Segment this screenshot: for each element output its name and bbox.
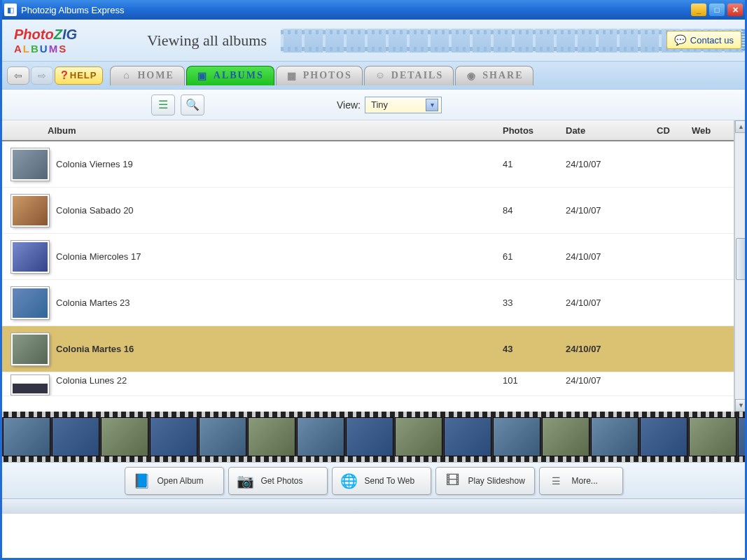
open-album-button[interactable]: 📘 Open Album	[125, 467, 224, 495]
album-thumbnail	[11, 148, 49, 181]
table-row[interactable]: Colonia Viernes 19 41 24/10/07	[0, 141, 734, 188]
play-slideshow-button[interactable]: 🎞 Play Slideshow	[435, 467, 535, 495]
filmstrip-thumbnail[interactable]	[346, 417, 393, 456]
chevron-down-icon: ▾	[426, 99, 438, 111]
view-label: View:	[337, 99, 361, 111]
filmstrip-thumbnail[interactable]	[52, 417, 99, 456]
table-header: Album Photos Date CD Web	[0, 120, 734, 141]
home-icon: ⌂	[120, 70, 133, 81]
minimize-button[interactable]: _	[691, 4, 706, 16]
search-button[interactable]: 🔍	[181, 94, 204, 115]
grid-icon: ▦	[286, 70, 299, 81]
header-grip	[741, 29, 746, 50]
filmstrip-thumbnail[interactable]	[3, 417, 50, 456]
camera-icon: 📷	[236, 471, 256, 491]
forward-button[interactable]: ⇨	[31, 66, 53, 85]
contact-label: Contact us	[690, 35, 734, 46]
album-thumbnail	[11, 375, 49, 395]
albums-icon: ▣	[197, 70, 209, 81]
tab-home[interactable]: ⌂HOME	[110, 66, 184, 85]
tab-share[interactable]: ◉SHARE	[455, 66, 533, 85]
view-dropdown[interactable]: Tiny ▾	[365, 97, 442, 113]
col-cd[interactable]: CD	[657, 125, 692, 136]
col-photos[interactable]: Photos	[503, 125, 566, 136]
filmstrip-thumbnail[interactable]	[248, 417, 295, 456]
filmstrip-thumbnail[interactable]	[591, 417, 638, 456]
filmstrip-thumbnail[interactable]	[689, 417, 736, 456]
title-bar: ◧ Photozig Albums Express _ □ ✕	[0, 0, 747, 20]
tab-photos[interactable]: ▦PHOTOS	[276, 66, 363, 85]
get-photos-button[interactable]: 📷 Get Photos	[228, 467, 328, 495]
speech-bubble-icon: 💬	[674, 34, 686, 46]
table-row[interactable]: Colonia Miercoles 17 61 24/10/07	[0, 234, 734, 280]
album-icon: 📘	[132, 471, 152, 491]
table-row-selected[interactable]: Colonia Martes 16 43 24/10/07	[0, 326, 734, 372]
send-to-web-button[interactable]: 🌐 Send To Web	[332, 467, 431, 495]
header: PhotoZIG ALBUMS Viewing all albums 💬 Con…	[0, 20, 747, 62]
page-title: Viewing all albums	[147, 31, 267, 50]
list-icon: ☰	[547, 471, 566, 491]
album-thumbnail	[11, 333, 49, 365]
filmstrip-thumbnail[interactable]	[493, 417, 540, 456]
tab-details[interactable]: ☺DETAILS	[364, 66, 454, 85]
logo: PhotoZIG ALBUMS	[0, 27, 126, 55]
table-row[interactable]: Colonia Sabado 20 84 24/10/07	[0, 188, 734, 234]
album-thumbnail	[11, 287, 49, 319]
toolbar: ☰ 🔍 View: Tiny ▾	[0, 90, 747, 120]
scroll-up-button[interactable]: ▲	[735, 120, 747, 133]
album-thumbnail	[11, 241, 49, 273]
scroll-down-button[interactable]: ▼	[735, 399, 747, 412]
help-button[interactable]: ?HELP	[55, 66, 103, 85]
film-icon: 🎞	[443, 471, 463, 491]
table-row[interactable]: Colonia Martes 23 33 24/10/07	[0, 280, 734, 326]
window-title: Photozig Albums Express	[21, 5, 691, 15]
col-web[interactable]: Web	[692, 125, 734, 136]
filmstrip-thumbnail[interactable]	[444, 417, 491, 456]
globe-icon: 🌐	[340, 471, 359, 491]
photo-filmstrip	[0, 412, 747, 462]
filmstrip-thumbnail[interactable]	[640, 417, 687, 456]
maximize-button[interactable]: □	[709, 4, 725, 16]
action-bar: 📘 Open Album 📷 Get Photos 🌐 Send To Web …	[0, 462, 747, 498]
vertical-scrollbar[interactable]: ▲ ▼	[734, 120, 747, 412]
tree-view-button[interactable]: ☰	[151, 94, 175, 115]
close-button[interactable]: ✕	[727, 4, 743, 16]
album-thumbnail	[11, 195, 49, 227]
globe-icon: ◉	[466, 70, 478, 81]
col-album[interactable]: Album	[0, 125, 503, 136]
album-table: Album Photos Date CD Web Colonia Viernes…	[0, 120, 747, 412]
tab-albums[interactable]: ▣ALBUMS	[186, 66, 274, 85]
more-button[interactable]: ☰ More...	[539, 467, 623, 495]
filmstrip-thumbnail[interactable]	[738, 417, 747, 456]
table-row[interactable]: Colonia Lunes 22 101 24/10/07	[0, 372, 734, 396]
scroll-thumb[interactable]	[736, 238, 746, 280]
filmstrip-thumbnail[interactable]	[199, 417, 246, 456]
view-value: Tiny	[371, 99, 388, 110]
filmstrip-thumbnail[interactable]	[150, 417, 197, 456]
contact-us-button[interactable]: 💬 Contact us	[666, 31, 741, 49]
nav-bar: ⇦ ⇨ ?HELP ⌂HOME ▣ALBUMS ▦PHOTOS ☺DETAILS…	[0, 62, 747, 90]
filmstrip-thumbnail[interactable]	[297, 417, 344, 456]
filmstrip-thumbnail[interactable]	[101, 417, 148, 456]
filmstrip-thumbnail[interactable]	[542, 417, 589, 456]
magnifier-icon: 🔍	[186, 98, 200, 111]
person-icon: ☺	[375, 70, 387, 81]
app-icon: ◧	[4, 4, 17, 16]
col-date[interactable]: Date	[566, 125, 657, 136]
filmstrip-thumbnail[interactable]	[395, 417, 442, 456]
tree-icon: ☰	[158, 98, 168, 111]
back-button[interactable]: ⇦	[7, 66, 29, 85]
status-bar	[0, 498, 747, 514]
